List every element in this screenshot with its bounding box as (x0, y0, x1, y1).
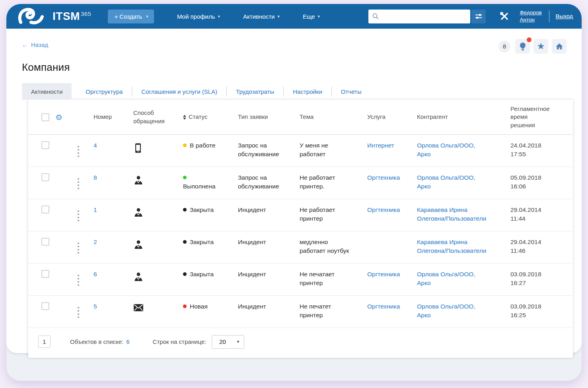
person-icon (133, 272, 177, 282)
sliders-icon (474, 12, 483, 21)
objects-count-value[interactable]: 6 (126, 338, 129, 345)
service-link[interactable]: Оргтехника (367, 271, 400, 277)
admin-tools-icon[interactable] (499, 11, 510, 21)
favorites-button[interactable]: ★ (533, 39, 548, 54)
tab-sla[interactable]: Соглашения и услуги (SLA) (132, 83, 226, 100)
page-number-button[interactable]: 1 (38, 336, 51, 348)
tab-orgstructure[interactable]: Оргструктура (76, 83, 132, 100)
search-box (368, 10, 470, 23)
status-label: Закрыта (190, 239, 214, 245)
app-window: ITSM365 + Создать ▾ Мой профиль▾ Активно… (6, 4, 582, 381)
status-label: Выполнена (183, 182, 232, 191)
search-input[interactable] (380, 13, 467, 19)
tab-reports[interactable]: Отчеты (332, 83, 371, 100)
column-counterparty: Контрагент (417, 113, 510, 121)
counterparty-link[interactable]: Караваева Ирина Олеговна/Пользователи (417, 206, 486, 222)
resolution-time: 24.04.2018 17:55 (510, 141, 557, 159)
search-group (368, 10, 486, 23)
gear-icon[interactable]: ⚙ (55, 113, 62, 121)
brand-suffix: 365 (81, 10, 92, 17)
tab-labor[interactable]: Трудозатраты (227, 83, 283, 100)
chevron-down-icon: ▾ (317, 14, 320, 19)
table-row: 1 Зак (28, 199, 573, 231)
service-link[interactable]: Оргтехника (367, 303, 400, 310)
status-dot (183, 144, 187, 147)
table-row: 6 Зак (28, 264, 573, 296)
rows-per-page-select[interactable]: 20 ▾ (212, 335, 244, 349)
row-checkbox[interactable] (41, 206, 49, 213)
search-icon (372, 12, 380, 20)
request-theme: У меня не работает (300, 141, 360, 159)
home-icon (555, 42, 564, 51)
status-label: Закрыта (190, 271, 214, 277)
create-button[interactable]: + Создать ▾ (108, 10, 154, 23)
nav-my-profile[interactable]: Мой профиль▾ (177, 13, 220, 20)
chevron-down-icon: ▾ (146, 14, 148, 19)
row-checkbox[interactable] (41, 173, 49, 181)
tab-settings[interactable]: Настройки (284, 83, 331, 100)
row-checkbox[interactable] (41, 302, 49, 310)
request-number-link[interactable]: 4 (93, 142, 97, 149)
select-all-checkbox[interactable] (41, 113, 49, 121)
row-checkbox[interactable] (41, 270, 49, 278)
brand[interactable]: ITSM365 (18, 6, 91, 26)
sort-icon[interactable] (183, 115, 186, 120)
arrow-left-icon: ← (22, 41, 28, 48)
rows-per-page-label: Строк на странице: (153, 338, 206, 345)
page-title: Компания (22, 61, 567, 74)
request-number-link[interactable]: 1 (93, 206, 97, 213)
counterparty-link[interactable]: Орлова Ольга/ООО, Арко (417, 303, 475, 318)
notifications-button[interactable] (515, 39, 530, 54)
chevron-down-icon: ▾ (237, 340, 239, 344)
kebab-menu-icon[interactable] (75, 145, 82, 158)
home-button[interactable] (552, 39, 567, 54)
request-number-link[interactable]: 2 (93, 239, 97, 245)
row-checkbox[interactable] (41, 141, 49, 149)
logout-link[interactable]: Выход (556, 13, 573, 19)
chevron-down-icon: ▾ (218, 14, 220, 19)
counterparty-link[interactable]: Орлова Ольга/ООО, Арко (417, 142, 475, 157)
request-number-link[interactable]: 8 (93, 174, 97, 181)
pagination: 1 Объектов в списке: 6 Строк на странице… (28, 328, 573, 358)
tab-activities[interactable]: Активности (22, 83, 72, 100)
user-link[interactable]: Федоров Антон (520, 9, 542, 23)
table-row: 2 Зак (28, 231, 573, 264)
row-checkbox[interactable] (41, 238, 49, 246)
person-icon (133, 239, 177, 250)
objects-count-label: Объектов в списке: (70, 338, 123, 345)
counterparty-link[interactable]: Караваева Ирина Олеговна/Пользователи (417, 239, 486, 254)
column-theme: Тема (300, 113, 367, 121)
counterparty-link[interactable]: Орлова Ольга/ООО, Арко (417, 174, 475, 190)
request-type: Инцидент (238, 238, 300, 246)
kebab-menu-icon[interactable] (75, 274, 82, 287)
person-icon (133, 175, 177, 185)
divider (549, 10, 549, 22)
nav-more[interactable]: Еще▾ (303, 13, 320, 20)
kebab-menu-icon[interactable] (75, 242, 82, 254)
request-number-link[interactable]: 6 (93, 271, 97, 277)
kebab-menu-icon[interactable] (75, 210, 82, 222)
mail-icon (133, 304, 177, 312)
request-type: Инцидент (238, 302, 300, 311)
filter-button[interactable] (471, 10, 486, 23)
activities-table: ⚙ Номер Способ обращения Статус Тип заяв… (28, 100, 573, 358)
request-number-link[interactable]: 5 (93, 303, 97, 310)
service-link[interactable]: Интернет (367, 142, 394, 149)
column-service: Услуга (367, 113, 417, 121)
kebab-menu-icon[interactable] (75, 177, 82, 190)
request-theme: Не работает принтер. (300, 173, 360, 191)
kebab-menu-icon[interactable] (75, 306, 82, 319)
back-link[interactable]: ← Назад (22, 41, 48, 48)
nav-activities[interactable]: Активности▾ (243, 13, 280, 20)
chevron-down-icon: ▾ (277, 14, 280, 19)
table-body: 4 В работе (28, 135, 573, 328)
column-status[interactable]: Статус (183, 113, 238, 121)
status-dot (183, 240, 187, 244)
service-link[interactable]: Оргтехника (367, 206, 400, 213)
brand-logo-icon (18, 6, 47, 26)
table-row: 5 Новая (28, 296, 573, 328)
column-resolution-time: Регламентное время решения (510, 105, 557, 129)
service-link[interactable]: Оргтехника (367, 174, 400, 181)
counterparty-link[interactable]: Орлова Ольга/ООО, Арко (417, 271, 475, 286)
status-dot (183, 272, 187, 276)
